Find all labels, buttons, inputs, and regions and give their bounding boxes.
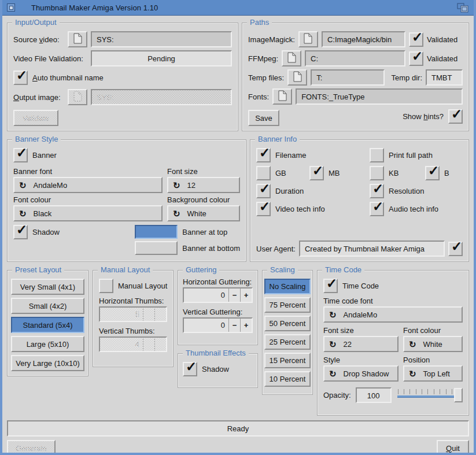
source-video-file-button[interactable]	[68, 31, 87, 47]
show-hints-checkbox[interactable]	[448, 109, 463, 124]
vertical-guttering-value[interactable]: 0	[184, 319, 228, 332]
decrement-button	[143, 308, 154, 321]
mb-checkbox[interactable]	[309, 166, 324, 180]
window-title: Thumbnail Maker Amiga Version 1.10	[31, 3, 158, 12]
font-colour-cycle[interactable]: ↻ Black	[13, 205, 163, 221]
scaling-15-button[interactable]: 15 Percent	[264, 353, 311, 368]
fonts-label: Fonts:	[248, 93, 269, 101]
gb-checkbox[interactable]	[256, 166, 271, 180]
preset-standard-button[interactable]: Standard (5x4)	[11, 317, 84, 333]
opacity-slider[interactable]	[396, 387, 463, 403]
opacity-label: Opacity:	[323, 391, 351, 399]
user-agent-label: User Agent:	[256, 245, 296, 253]
decrement-button[interactable]: −	[228, 288, 240, 302]
cycle-icon: ↻	[19, 209, 27, 218]
tc-font-colour-cycle[interactable]: ↻ White	[403, 336, 463, 352]
time-code-checkbox[interactable]	[323, 279, 338, 293]
decrement-button[interactable]: −	[228, 319, 240, 332]
increment-button	[154, 308, 166, 321]
ffmpeg-path-input[interactable]: C:	[305, 50, 405, 66]
cycle-icon: ↻	[409, 340, 416, 349]
banner-font-cycle[interactable]: ↻ AndaleMo	[13, 177, 163, 193]
ffmpeg-validated-checkbox[interactable]	[409, 51, 423, 66]
imagemagick-validated-checkbox[interactable]	[409, 32, 423, 47]
horizontal-guttering-value[interactable]: 0	[184, 288, 228, 302]
preset-small-button[interactable]: Small (4x2)	[11, 298, 84, 314]
group-legend: Manual Layout	[98, 265, 153, 274]
vertical-guttering-stepper[interactable]: 0 − +	[183, 317, 253, 333]
kb-checkbox[interactable]	[370, 166, 384, 180]
cycle-icon: ↻	[329, 310, 337, 319]
tc-style-cycle[interactable]: ↻ Drop Shadow	[323, 365, 398, 382]
background-colour-label: Background colour	[167, 195, 230, 204]
vertical-guttering-label: Vertical Guttering:	[183, 308, 253, 316]
file-icon	[73, 91, 82, 103]
manual-layout-checkbox[interactable]	[99, 279, 113, 293]
cycle-icon: ↻	[173, 209, 180, 218]
preset-large-button[interactable]: Large (5x10)	[11, 336, 84, 352]
group-legend: Input/Output	[12, 18, 60, 27]
horizontal-thumbs-label: Horizontal Thumbs:	[99, 297, 167, 305]
scaling-50-button[interactable]: 50 Percent	[264, 316, 311, 331]
scaling-25-button[interactable]: 25 Percent	[264, 334, 311, 350]
horizontal-thumbs-stepper: 5	[99, 306, 167, 322]
tc-position-cycle[interactable]: ↻ Top Left	[403, 365, 463, 382]
temp-dir-input[interactable]: TMBT	[426, 69, 463, 86]
horizontal-guttering-stepper[interactable]: 0 − +	[183, 287, 253, 303]
show-hints-label: Show hints?	[403, 112, 444, 121]
source-video-input[interactable]: SYS:	[91, 31, 232, 47]
b-checkbox[interactable]	[425, 166, 440, 180]
quit-button[interactable]: Quit	[437, 440, 469, 455]
fonts-file-button[interactable]	[272, 88, 292, 105]
auto-thumbnail-checkbox[interactable]	[13, 71, 28, 85]
imagemagick-path-input[interactable]: C:ImageMagick/bin	[322, 31, 405, 47]
audio-tech-info-checkbox[interactable]	[370, 202, 384, 216]
slider-knob[interactable]	[454, 388, 463, 402]
thumbnail-effects-group: Thumbnail Effects Shadow	[178, 353, 258, 388]
banner-checkbox[interactable]	[13, 148, 28, 162]
banner-at-bottom-toggle[interactable]	[135, 241, 178, 255]
filename-checkbox[interactable]	[256, 148, 271, 162]
group-legend: Thumbnail Effects	[183, 349, 249, 357]
shadow-checkbox[interactable]	[13, 225, 28, 239]
background-colour-cycle[interactable]: ↻ White	[167, 205, 240, 221]
user-agent-checkbox[interactable]	[448, 242, 463, 256]
vertical-thumbs-value: 4	[100, 338, 143, 351]
preset-very-large-button[interactable]: Very Large (10x10)	[11, 355, 84, 371]
fonts-path-input[interactable]: FONTS:_TrueType	[296, 88, 463, 105]
preset-very-small-button[interactable]: Very Small (4x1)	[11, 279, 84, 295]
scaling-no-scaling-button[interactable]: No Scaling	[264, 279, 311, 294]
scaling-75-button[interactable]: 75 Percent	[264, 297, 311, 313]
tc-font-size-cycle[interactable]: ↻ 22	[323, 336, 398, 352]
time-code-font-label: Time code font	[323, 297, 463, 305]
banner-font-label: Banner font	[13, 167, 163, 176]
resolution-checkbox[interactable]	[370, 184, 384, 198]
increment-button[interactable]: +	[240, 288, 252, 302]
ffmpeg-file-button[interactable]	[282, 50, 301, 66]
time-code-font-cycle[interactable]: ↻ AndaleMo	[323, 306, 463, 323]
banner-at-bottom-label: Banner at bottom	[182, 244, 240, 253]
save-button[interactable]: Save	[248, 110, 279, 126]
temp-files-input[interactable]: T:	[311, 69, 384, 86]
effects-shadow-checkbox[interactable]	[183, 362, 197, 376]
shadow-label: Shadow	[32, 228, 60, 236]
generate-button: Generate	[7, 440, 56, 455]
temp-files-file-button[interactable]	[287, 69, 307, 86]
opacity-input[interactable]: 100	[356, 387, 392, 403]
imagemagick-file-button[interactable]	[298, 31, 318, 47]
cycle-icon: ↻	[329, 369, 337, 378]
output-image-label: Output image:	[13, 93, 64, 102]
duration-checkbox[interactable]	[256, 184, 271, 198]
user-agent-input[interactable]: Created by Thumbnail Maker Amiga	[299, 241, 445, 257]
window-depth-icon[interactable]	[456, 2, 469, 13]
video-tech-info-checkbox[interactable]	[256, 202, 271, 216]
banner-at-top-toggle[interactable]	[135, 225, 178, 239]
scaling-10-button[interactable]: 10 Percent	[264, 371, 311, 387]
increment-button[interactable]: +	[240, 319, 252, 332]
font-size-cycle[interactable]: ↻ 12	[167, 177, 240, 193]
close-icon[interactable]	[7, 3, 15, 12]
file-icon	[304, 33, 312, 46]
horizontal-guttering-label: Horizontal Guttering:	[183, 278, 253, 286]
guttering-group: Guttering Horizontal Guttering: 0 − + Ve…	[178, 270, 258, 345]
print-full-path-checkbox[interactable]	[370, 148, 384, 162]
